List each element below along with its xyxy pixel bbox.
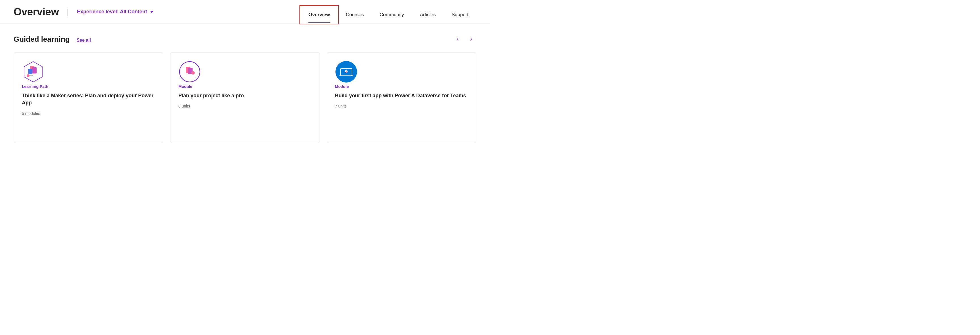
- card-1-title: Think like a Maker series: Plan and depl…: [22, 92, 155, 106]
- card-1[interactable]: Learning Path Think like a Maker series:…: [14, 52, 163, 143]
- header-divider: |: [67, 7, 69, 16]
- cards-grid: Learning Path Think like a Maker series:…: [14, 52, 476, 143]
- card-2[interactable]: Module Plan your project like a pro 8 un…: [170, 52, 320, 143]
- next-arrow-button[interactable]: ›: [466, 34, 476, 44]
- nav-tabs: Overview Courses Community Articles Supp…: [301, 6, 476, 23]
- svg-point-4: [27, 74, 30, 77]
- chevron-down-icon: [150, 11, 153, 13]
- page-container: Overview | Experience level: All Content…: [0, 0, 490, 153]
- experience-level-label: Experience level: All Content: [77, 9, 147, 15]
- section-header: Guided learning See all ‹ ›: [14, 34, 476, 44]
- card-3-type: Module: [335, 84, 468, 89]
- circle-solid-icon: [335, 61, 358, 83]
- tab-articles[interactable]: Articles: [412, 6, 444, 23]
- header-left: Overview | Experience level: All Content: [14, 6, 153, 24]
- tab-courses[interactable]: Courses: [338, 6, 371, 23]
- card-3[interactable]: Module Build your first app with Power A…: [327, 52, 476, 143]
- card-2-meta: 8 units: [178, 104, 312, 108]
- main-content: Guided learning See all ‹ ›: [0, 24, 490, 153]
- tab-support[interactable]: Support: [444, 6, 476, 23]
- svg-rect-3: [28, 69, 32, 74]
- svg-rect-2: [32, 67, 37, 73]
- guided-learning-title: Guided learning: [14, 35, 70, 44]
- carousel-nav: ‹ ›: [453, 34, 476, 44]
- hexagon-icon: [22, 61, 45, 83]
- section-header-left: Guided learning See all: [14, 35, 91, 44]
- tab-overview[interactable]: Overview: [301, 6, 338, 23]
- experience-level-dropdown[interactable]: Experience level: All Content: [77, 9, 153, 15]
- card-2-type: Module: [178, 84, 312, 89]
- card-1-type: Learning Path: [22, 84, 155, 89]
- card-1-meta: 5 modules: [22, 111, 155, 116]
- page-title: Overview: [14, 6, 59, 18]
- card-3-meta: 7 units: [335, 104, 468, 108]
- tab-community[interactable]: Community: [372, 6, 412, 23]
- see-all-link[interactable]: See all: [76, 38, 91, 43]
- svg-point-9: [191, 71, 195, 75]
- card-2-title: Plan your project like a pro: [178, 92, 312, 99]
- prev-arrow-button[interactable]: ‹: [453, 34, 463, 44]
- header: Overview | Experience level: All Content…: [0, 0, 490, 24]
- circle-outline-icon: [178, 61, 201, 83]
- card-3-title: Build your first app with Power A Datave…: [335, 92, 468, 99]
